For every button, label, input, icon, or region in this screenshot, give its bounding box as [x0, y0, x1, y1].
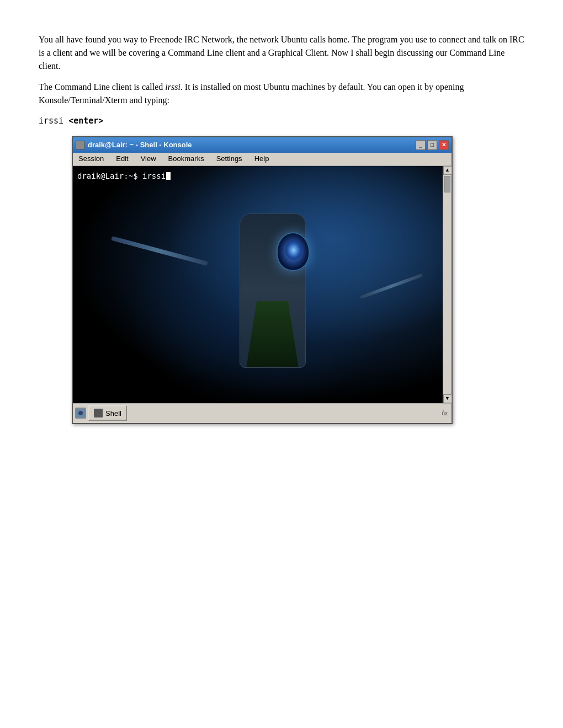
app-icon-svg [76, 409, 85, 417]
terminal-area: draik@Lair:~$ irssi ▲ ▼ [73, 166, 452, 403]
window-title: draik@Lair: ~ - Shell - Konsole [88, 140, 192, 151]
scroll-down-button[interactable]: ▼ [443, 394, 452, 403]
scroll-up-button[interactable]: ▲ [443, 166, 452, 175]
window-controls: _ □ ✕ [416, 140, 449, 150]
paragraph-1: You all have found you way to Freenode I… [39, 33, 524, 73]
irssi-italic: irssi [165, 82, 180, 92]
terminal-screen[interactable]: draik@Lair:~$ irssi [73, 166, 443, 403]
title-bar: draik@Lair: ~ - Shell - Konsole _ □ ✕ [73, 137, 452, 153]
shell-tab-icon [94, 409, 103, 417]
taskbar-app-icon [75, 408, 86, 419]
taskbar: Shell ůx [73, 403, 452, 423]
menu-view[interactable]: View [139, 153, 158, 165]
paragraph-2-part1: The Command Line client is called [39, 82, 165, 92]
menu-session[interactable]: Session [76, 153, 106, 165]
close-button[interactable]: ✕ [439, 140, 449, 150]
terminal-prompt: draik@Lair:~$ irssi [77, 170, 166, 182]
enter-key: <enter> [68, 116, 103, 126]
minimize-button[interactable]: _ [416, 140, 426, 150]
scrollbar: ▲ ▼ [443, 166, 452, 403]
menu-bar: Session Edit View Bookmarks Settings Hel… [73, 153, 452, 166]
shell-tab-label: Shell [105, 409, 121, 417]
intro-text: You all have found you way to Freenode I… [39, 33, 524, 127]
taskbar-corner-button[interactable]: ůx [440, 409, 449, 418]
title-bar-left: draik@Lair: ~ - Shell - Konsole [76, 140, 192, 151]
konsole-window: draik@Lair: ~ - Shell - Konsole _ □ ✕ Se… [72, 136, 453, 424]
taskbar-right: ůx [440, 409, 449, 418]
konsole-app-icon [76, 141, 84, 149]
command-irssi: irssi [39, 116, 63, 126]
shell-tab-button[interactable]: Shell [88, 405, 127, 421]
paragraph-2: The Command Line client is called irssi.… [39, 81, 524, 107]
menu-edit[interactable]: Edit [114, 153, 130, 165]
scroll-thumb[interactable] [444, 176, 450, 192]
command-line-text: irssi <enter> [39, 115, 524, 127]
terminal-text: draik@Lair:~$ irssi [77, 170, 171, 182]
maximize-button[interactable]: □ [427, 140, 437, 150]
eye-orb-decoration [277, 232, 310, 271]
terminal-cursor [166, 172, 171, 180]
svg-point-1 [78, 411, 83, 415]
menu-settings[interactable]: Settings [214, 153, 245, 165]
scroll-track[interactable] [443, 175, 452, 394]
menu-help[interactable]: Help [252, 153, 272, 165]
menu-bookmarks[interactable]: Bookmarks [166, 153, 206, 165]
